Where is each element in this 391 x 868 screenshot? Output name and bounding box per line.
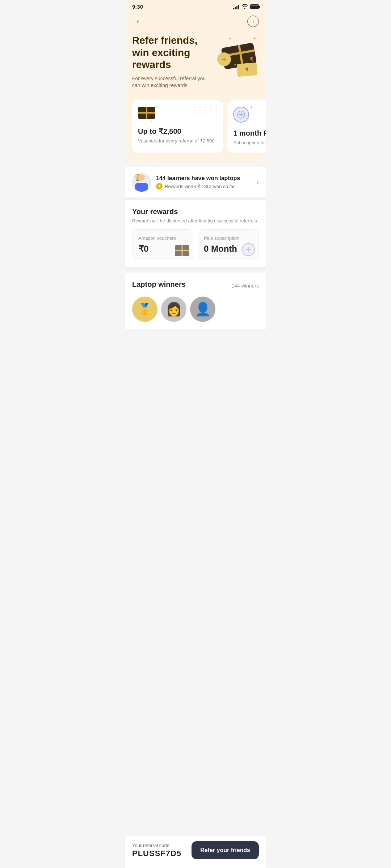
stats-avatar: 🏆 <box>132 173 151 192</box>
person-with-trophy: 🏆 <box>132 173 151 192</box>
laptop-winners-title: Laptop winners <box>132 280 186 289</box>
your-rewards-subtitle: Rewards will be disbursed after first tw… <box>132 218 259 224</box>
plus-amount: 1 month Plus <box>233 129 266 137</box>
divider <box>125 197 266 200</box>
stats-sub-text: Rewards worth ₹2.8Cr won so far <box>165 184 235 189</box>
person-head <box>138 174 145 181</box>
hero-title: Refer friends, win exciting rewards <box>132 34 208 71</box>
hero-text: Refer friends, win exciting rewards For … <box>132 34 208 89</box>
hero-subtitle: For every successful referral you can wi… <box>132 75 208 89</box>
gift-card-illustration: ✦ ✦ ₹ + ₹ ✦ <box>212 34 259 81</box>
your-rewards-title: Your rewards <box>132 208 259 216</box>
sparkle-icon: ✦ <box>155 105 158 109</box>
plus-circle-decoration: + <box>217 52 231 66</box>
mini-gift-card <box>138 107 155 119</box>
bottom-spacer <box>125 329 266 365</box>
status-time: 9:30 <box>132 4 143 10</box>
battery-icon <box>250 4 259 9</box>
voucher-amount: Up to ₹2,500 <box>138 127 217 136</box>
status-bar: 9:30 <box>125 0 266 12</box>
winners-count: 144 winners <box>232 283 259 289</box>
amazon-vouchers-card: Amazon vouchers ₹0 <box>132 229 193 260</box>
winner-avatar-2: 👩 <box>161 297 186 322</box>
winners-avatars-row: 🥇 👩 👤 <box>132 297 259 322</box>
stats-subtitle: ₹ Rewards worth ₹2.8Cr won so far <box>156 183 252 190</box>
hero-nav: ‹ i <box>132 16 259 27</box>
sparkle-icon: ✦ <box>234 63 236 67</box>
sparkle-icon: ✦ <box>228 36 232 41</box>
plus-sub-icon-card: ✦ <box>242 243 255 256</box>
plus-subscription-card: Plus subscription 0 Month ✦ <box>198 229 259 260</box>
sparkle-icon: ✦ <box>250 105 253 109</box>
plus-sub-icon: ✦ <box>233 107 252 125</box>
status-icons <box>233 4 259 10</box>
winner-avatar-1: 🥇 <box>132 297 157 322</box>
amazon-gift-icon <box>175 245 189 256</box>
plus-description: Subscription for first referral of ₹2,50… <box>233 140 266 146</box>
back-button[interactable]: ‹ <box>132 16 144 27</box>
mini-ribbon-v <box>146 107 147 119</box>
voucher-description: Vouchers for every referral of ₹2,500+ <box>138 138 217 144</box>
your-rewards-section: Your rewards Rewards will be disbursed a… <box>125 200 266 267</box>
sparkle-icon: ✦ <box>150 120 153 123</box>
stats-banner[interactable]: 🏆 144 learners have won laptops ₹ Reward… <box>125 167 266 197</box>
winner-avatar-3: 👤 <box>190 297 215 322</box>
rupee-note: ₹ <box>237 63 258 77</box>
svg-point-0 <box>237 111 245 118</box>
reward-card-voucher: ✦ ✦ Up to ₹2,500 Vouchers for every refe… <box>132 100 223 153</box>
hero-image: ✦ ✦ ₹ + ₹ ✦ <box>212 34 259 81</box>
reward-summary-cards: Amazon vouchers ₹0 Plus subscription 0 M… <box>132 229 259 260</box>
sparkle-icon: ✦ <box>252 35 257 42</box>
reward-cards-list: ✦ ✦ Up to ₹2,500 Vouchers for every refe… <box>125 97 266 161</box>
chevron-right-icon: › <box>257 179 259 186</box>
divider-2 <box>125 267 266 270</box>
info-button[interactable]: i <box>247 16 259 27</box>
laptop-winners-section: Laptop winners 144 winners 🥇 👩 👤 <box>125 273 266 329</box>
wifi-icon <box>241 4 248 10</box>
plus-sub-label: Plus subscription <box>204 235 253 241</box>
plus-subscription-circle <box>233 107 249 123</box>
hero-content: Refer friends, win exciting rewards For … <box>132 34 259 89</box>
reward-card-plus: ✦ 1 month Plus Subscription for first re… <box>227 100 266 153</box>
sparkle-icon: ✦ <box>252 242 255 246</box>
amazon-voucher-label: Amazon vouchers <box>138 235 187 241</box>
laptop-winners-header: Laptop winners 144 winners <box>132 280 259 291</box>
voucher-icon: ✦ ✦ <box>138 107 157 122</box>
rupee-icon: ₹ <box>156 183 163 190</box>
hero-section: ‹ i Refer friends, win exciting rewards … <box>125 12 266 100</box>
dot-pattern <box>194 104 219 114</box>
stats-title: 144 learners have won laptops <box>156 175 252 182</box>
person-body <box>135 183 148 192</box>
stats-content: 144 learners have won laptops ₹ Rewards … <box>156 175 252 190</box>
signal-icon <box>233 4 239 9</box>
